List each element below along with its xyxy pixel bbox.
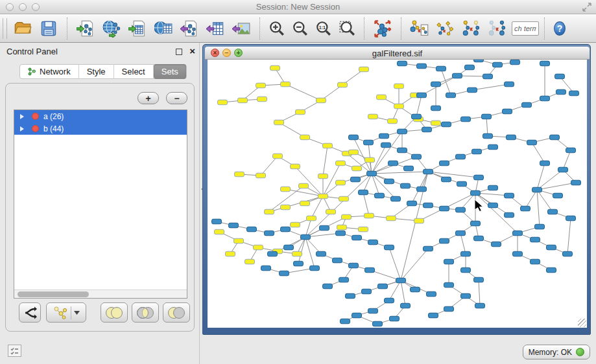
graph-node[interactable] xyxy=(265,231,274,236)
graph-node[interactable] xyxy=(299,183,309,188)
graph-node[interactable] xyxy=(367,171,377,176)
graph-node[interactable] xyxy=(310,266,320,271)
graph-node[interactable] xyxy=(365,157,375,163)
graph-node[interactable] xyxy=(553,193,563,198)
graph-node[interactable] xyxy=(423,169,433,174)
graph-node[interactable] xyxy=(364,213,374,218)
help-button[interactable]: ? xyxy=(550,16,569,41)
graph-node[interactable] xyxy=(336,180,346,185)
graph-node[interactable] xyxy=(394,104,404,109)
list-item-set-b[interactable]: b (44) xyxy=(14,122,187,135)
graph-node[interactable] xyxy=(385,245,394,250)
graph-node[interactable] xyxy=(291,222,300,227)
graph-node[interactable] xyxy=(385,298,394,303)
graph-node[interactable] xyxy=(362,289,372,294)
graph-node[interactable] xyxy=(388,119,398,124)
select-first-neighbors-button[interactable] xyxy=(433,16,459,41)
graph-node[interactable] xyxy=(339,196,349,201)
hide-selected-button[interactable] xyxy=(459,16,484,41)
graph-node[interactable] xyxy=(323,284,333,289)
graph-node[interactable] xyxy=(368,308,378,313)
graph-node[interactable] xyxy=(558,167,568,172)
graph-node[interactable] xyxy=(521,206,530,211)
graph-node[interactable] xyxy=(436,66,446,71)
graph-node[interactable] xyxy=(273,154,283,159)
zoom-selected-button[interactable] xyxy=(335,16,359,41)
graph-node[interactable] xyxy=(540,161,550,166)
graph-node[interactable] xyxy=(301,234,311,240)
graph-node[interactable] xyxy=(461,293,471,299)
graph-node[interactable] xyxy=(229,223,239,228)
graph-node[interactable] xyxy=(359,190,368,195)
graph-node[interactable] xyxy=(390,316,399,321)
graph-node[interactable] xyxy=(375,193,385,198)
graph-node[interactable] xyxy=(532,187,542,192)
graph-node[interactable] xyxy=(281,187,291,192)
graph-node[interactable] xyxy=(417,63,427,69)
graph-node[interactable] xyxy=(270,65,280,71)
graph-node[interactable] xyxy=(566,216,576,221)
graph-node[interactable] xyxy=(505,212,514,218)
graph-node[interactable] xyxy=(492,242,501,247)
tab-style[interactable]: Style xyxy=(79,64,114,79)
graph-node[interactable] xyxy=(257,97,267,102)
resize-grip-icon[interactable] xyxy=(578,319,586,327)
graph-node[interactable] xyxy=(385,179,394,184)
graph-node[interactable] xyxy=(291,164,300,169)
graph-node[interactable] xyxy=(294,261,304,266)
show-all-button[interactable] xyxy=(484,16,510,41)
save-session-button[interactable] xyxy=(36,16,62,41)
graph-node[interactable] xyxy=(307,216,316,221)
export-image-button[interactable] xyxy=(228,16,254,41)
graph-node[interactable] xyxy=(349,150,359,155)
graph-node[interactable] xyxy=(379,133,389,139)
graph-node[interactable] xyxy=(394,84,404,89)
expander-icon[interactable] xyxy=(20,126,24,131)
graph-node[interactable] xyxy=(456,231,466,236)
graph-node[interactable] xyxy=(412,154,422,159)
graph-node[interactable] xyxy=(333,258,342,263)
scrollbar-thumb[interactable] xyxy=(18,291,89,297)
graph-node[interactable] xyxy=(461,117,471,122)
graph-node[interactable] xyxy=(475,303,485,308)
graph-node[interactable] xyxy=(368,240,378,245)
graph-node[interactable] xyxy=(556,89,566,95)
search-input[interactable] xyxy=(512,21,539,36)
graph-node[interactable] xyxy=(316,98,326,103)
graph-node[interactable] xyxy=(472,149,482,154)
graph-node[interactable] xyxy=(368,114,378,119)
graph-node[interactable] xyxy=(503,109,512,114)
graph-node[interactable] xyxy=(226,251,235,256)
graph-node[interactable] xyxy=(474,60,484,62)
graph-node[interactable] xyxy=(364,140,374,145)
graph-node[interactable] xyxy=(540,96,550,101)
graph-node[interactable] xyxy=(555,74,565,79)
graph-node[interactable] xyxy=(505,193,514,198)
graph-node[interactable] xyxy=(352,313,362,318)
graph-node[interactable] xyxy=(471,190,481,196)
graph-node[interactable] xyxy=(563,251,573,256)
graph-node[interactable] xyxy=(535,224,545,229)
graph-node[interactable] xyxy=(431,120,441,126)
zoom-in-button[interactable] xyxy=(265,16,289,41)
intersect-sets-button[interactable] xyxy=(132,302,159,323)
zoom-actual-button[interactable]: 1:1 xyxy=(312,16,335,41)
graph-node[interactable] xyxy=(444,282,454,288)
graph-node[interactable] xyxy=(540,61,550,66)
graph-node[interactable] xyxy=(337,225,347,230)
remove-set-button[interactable]: − xyxy=(166,92,187,104)
expander-icon[interactable] xyxy=(20,114,24,119)
graph-node[interactable] xyxy=(431,82,441,87)
graph-node[interactable] xyxy=(483,133,493,139)
graph-node[interactable] xyxy=(388,161,398,166)
graph-node[interactable] xyxy=(238,98,248,103)
graph-node[interactable] xyxy=(488,203,498,208)
graph-node[interactable] xyxy=(456,207,466,212)
graph-node[interactable] xyxy=(215,229,224,234)
graph-node[interactable] xyxy=(429,313,438,318)
graph-node[interactable] xyxy=(316,251,326,256)
graph-node[interactable] xyxy=(442,122,451,127)
graph-node[interactable] xyxy=(398,148,407,153)
graph-node[interactable] xyxy=(507,135,516,140)
graph-node[interactable] xyxy=(234,238,244,244)
